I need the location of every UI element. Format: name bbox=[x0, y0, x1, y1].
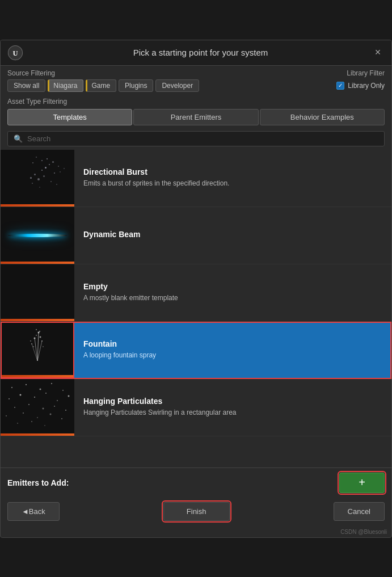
svg-point-38 bbox=[17, 423, 18, 424]
library-only-checkbox[interactable] bbox=[336, 82, 344, 90]
thumbnail-directional-burst bbox=[1, 150, 74, 207]
svg-point-15 bbox=[39, 331, 40, 332]
svg-point-34 bbox=[23, 412, 24, 414]
search-icon: 🔍 bbox=[14, 134, 23, 143]
tab-behavior-examples[interactable]: Behavior Examples bbox=[260, 109, 385, 125]
item-info: Directional Burst Emits a burst of sprit… bbox=[74, 162, 391, 194]
thumbnail-empty bbox=[1, 264, 74, 321]
filter-row: Show all Niagara Game Plugins Developer … bbox=[1, 77, 391, 95]
svg-point-16 bbox=[30, 340, 31, 342]
tab-templates[interactable]: Templates bbox=[7, 109, 132, 125]
svg-point-6 bbox=[34, 337, 36, 339]
list-item[interactable]: Empty A mostly blank emitter template bbox=[1, 264, 391, 322]
svg-point-13 bbox=[43, 346, 44, 347]
item-title: Directional Burst bbox=[83, 167, 382, 176]
svg-point-33 bbox=[6, 415, 7, 416]
item-info: Empty A mostly blank emitter template bbox=[74, 276, 391, 309]
svg-point-32 bbox=[65, 410, 66, 411]
item-info: Fountain A looping fountain spray bbox=[74, 334, 391, 366]
title-bar: U Pick a starting point for your system … bbox=[1, 40, 391, 66]
thumbnail-dynamic-beam bbox=[1, 207, 74, 264]
emitters-label: Emitters to Add: bbox=[7, 478, 69, 487]
svg-text:U: U bbox=[12, 49, 18, 57]
svg-point-31 bbox=[54, 406, 55, 407]
plugins-filter-button[interactable]: Plugins bbox=[119, 79, 153, 92]
close-button[interactable]: × bbox=[371, 46, 385, 60]
source-filter-buttons: Show all Niagara Game Plugins Developer bbox=[7, 79, 199, 92]
item-title: Empty bbox=[83, 282, 382, 291]
svg-point-35 bbox=[37, 417, 38, 418]
library-filter-label: Library Filter bbox=[347, 69, 385, 77]
svg-point-24 bbox=[34, 397, 35, 398]
svg-point-19 bbox=[40, 388, 41, 390]
item-desc: A mostly blank emitter template bbox=[83, 293, 382, 303]
game-filter-button[interactable]: Game bbox=[86, 79, 116, 92]
item-list: Directional Burst Emits a burst of sprit… bbox=[1, 150, 391, 468]
cancel-button[interactable]: Cancel bbox=[334, 502, 385, 521]
svg-point-26 bbox=[57, 400, 58, 401]
svg-point-21 bbox=[62, 390, 64, 391]
svg-point-18 bbox=[26, 384, 27, 385]
niagara-filter-button[interactable]: Niagara bbox=[48, 79, 83, 92]
add-emitter-button[interactable]: + bbox=[339, 473, 385, 493]
svg-point-25 bbox=[45, 393, 47, 394]
asset-type-label: Asset Type Filtering bbox=[1, 95, 391, 107]
svg-point-30 bbox=[43, 407, 44, 409]
item-title: Hanging Particulates bbox=[83, 397, 382, 406]
svg-point-22 bbox=[9, 398, 10, 399]
svg-point-12 bbox=[33, 346, 34, 347]
finish-button[interactable]: Finish bbox=[163, 502, 230, 521]
svg-point-29 bbox=[28, 404, 29, 405]
svg-point-20 bbox=[51, 383, 52, 384]
emitters-bar: Emitters to Add: + bbox=[1, 468, 391, 498]
dialog-title: Pick a starting point for your system bbox=[30, 48, 371, 57]
svg-point-9 bbox=[31, 343, 32, 344]
svg-point-11 bbox=[40, 336, 41, 338]
svg-point-40 bbox=[44, 425, 45, 426]
item-info: Dynamic Beam bbox=[74, 224, 391, 247]
search-input[interactable] bbox=[27, 134, 378, 143]
item-title: Dynamic Beam bbox=[83, 230, 382, 239]
list-item[interactable]: Directional Burst Emits a burst of sprit… bbox=[1, 150, 391, 207]
item-title: Fountain bbox=[83, 339, 382, 348]
watermark: CSDN @Bluesonli bbox=[1, 528, 391, 537]
svg-point-7 bbox=[38, 331, 40, 333]
svg-point-23 bbox=[20, 394, 22, 395]
svg-point-39 bbox=[31, 421, 32, 422]
item-desc: Hanging Particulates Swirling in a recta… bbox=[83, 408, 382, 418]
item-desc: Emits a burst of sprites in the specifie… bbox=[83, 179, 382, 188]
library-only-label: Library Only bbox=[348, 82, 385, 90]
item-desc: A looping fountain spray bbox=[83, 351, 382, 360]
tab-parent-emitters[interactable]: Parent Emitters bbox=[133, 109, 258, 125]
ue-logo-icon: U bbox=[7, 45, 23, 61]
svg-point-36 bbox=[50, 413, 52, 415]
svg-point-27 bbox=[68, 395, 70, 397]
search-bar: 🔍 bbox=[7, 131, 385, 146]
show-all-button[interactable]: Show all bbox=[7, 79, 45, 92]
library-filter: Library Only bbox=[336, 82, 385, 90]
item-info: Hanging Particulates Hanging Particulate… bbox=[74, 391, 391, 423]
dialog: U Pick a starting point for your system … bbox=[0, 40, 392, 538]
developer-filter-button[interactable]: Developer bbox=[155, 79, 199, 92]
svg-point-14 bbox=[36, 329, 37, 330]
list-item[interactable]: Dynamic Beam bbox=[1, 207, 391, 264]
thumbnail-fountain bbox=[1, 322, 74, 378]
svg-point-28 bbox=[14, 407, 15, 408]
svg-point-37 bbox=[61, 418, 62, 419]
action-row: ◄Back Finish Cancel bbox=[1, 498, 391, 528]
tab-row: Templates Parent Emitters Behavior Examp… bbox=[1, 107, 391, 129]
source-filtering-label: Source Filtering bbox=[7, 69, 55, 77]
svg-point-10 bbox=[36, 335, 37, 336]
back-button[interactable]: ◄Back bbox=[7, 502, 60, 521]
list-item[interactable]: Fountain A looping fountain spray bbox=[1, 322, 391, 379]
list-item[interactable]: Hanging Particulates Hanging Particulate… bbox=[1, 379, 391, 436]
svg-point-8 bbox=[41, 340, 43, 342]
thumbnail-hanging bbox=[1, 379, 74, 436]
svg-point-17 bbox=[11, 387, 12, 388]
